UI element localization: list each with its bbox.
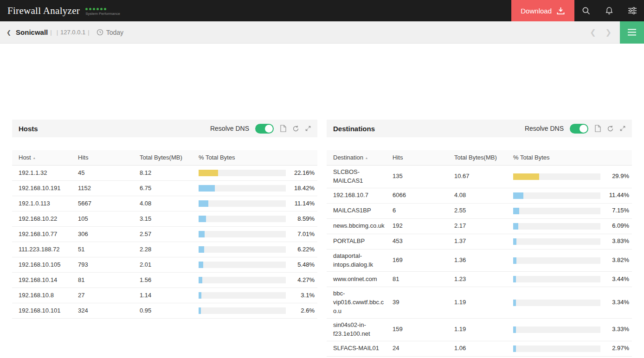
table-row[interactable]: 192.1.1.32458.1222.16% [12, 166, 317, 181]
column-header-pct-bytes[interactable]: % Total Bytes [194, 153, 317, 162]
table-row[interactable]: SLFACS-MAIL01241.062.97% [327, 341, 632, 357]
refresh-icon[interactable] [292, 125, 299, 132]
percent-label: 29.9% [600, 172, 629, 181]
column-header-pct-bytes[interactable]: % Total Bytes [509, 153, 632, 162]
hits-cell: 81 [386, 275, 448, 284]
percent-bar-track [513, 238, 600, 245]
resolve-dns-toggle[interactable] [255, 124, 274, 134]
table-row[interactable]: 192.168.10.19111526.7518.42% [12, 181, 317, 196]
pdf-export-icon[interactable] [594, 125, 601, 132]
table-header: Destination▴ Hits Total Bytes(MB) % Tota… [327, 150, 632, 166]
download-button[interactable]: Download [511, 0, 574, 21]
table-row[interactable]: dataportal-intops.dialog.lk1691.363.82% [327, 249, 632, 272]
search-icon[interactable] [574, 0, 598, 21]
percent-bar-track [199, 231, 286, 237]
table-row[interactable]: www.onlnet.com811.233.44% [327, 272, 632, 287]
panel-tools: Resolve DNS [210, 124, 311, 134]
total-bytes-cell: 1.56 [133, 276, 194, 285]
table-row[interactable]: 192.168.10.14811.564.27% [12, 273, 317, 288]
percent-bar-fill [513, 326, 516, 333]
back-chevron-icon[interactable]: ❮ [6, 29, 11, 36]
next-arrow-icon[interactable]: ❯ [601, 28, 616, 37]
percent-label: 3.33% [600, 325, 629, 334]
percent-bytes-cell: 6.09% [509, 222, 632, 230]
total-bytes-cell: 8.12 [133, 169, 194, 178]
expand-icon[interactable] [620, 126, 625, 131]
table-row[interactable]: 192.168.10.221053.158.59% [12, 211, 317, 227]
percent-bytes-cell: 3.1% [194, 291, 317, 300]
percent-label: 7.15% [600, 206, 629, 215]
resolve-dns-toggle[interactable] [570, 124, 588, 134]
table-row[interactable]: news.bbcimg.co.uk1922.176.09% [327, 219, 632, 234]
total-bytes-cell: 2.17 [448, 222, 509, 230]
clock-icon [97, 29, 103, 36]
table-row[interactable]: 192.168.10.8271.143.1% [12, 288, 317, 303]
device-ip: 127.0.0.1 [60, 29, 85, 36]
table-row[interactable]: 192.168.10.760664.0811.44% [327, 188, 632, 204]
toggle-knob [580, 125, 587, 133]
percent-bar-track [199, 200, 286, 207]
percent-bar-fill [513, 173, 539, 180]
topbar: Firewall Analyzer System Performance Dow… [0, 0, 644, 21]
settings-sliders-icon[interactable] [621, 0, 644, 21]
breadcrumb-separator: | [57, 29, 58, 36]
table-header: Host▴ Hits Total Bytes(MB) % Total Bytes [12, 150, 317, 166]
percent-bar-track [199, 216, 286, 222]
system-performance-widget[interactable]: System Performance [85, 8, 120, 16]
table-row[interactable]: PORTALBP4531.373.83% [327, 234, 632, 249]
table-row[interactable]: 192.168.10.773062.577.01% [12, 227, 317, 242]
hits-cell: 1152 [71, 184, 133, 193]
column-header-destination[interactable]: Destination▴ [327, 153, 386, 162]
destination-cell: 192.168.10.7 [327, 191, 386, 200]
total-bytes-cell: 4.08 [133, 199, 194, 208]
destinations-panel: Destinations Resolve DNS Destination▴ Hi… [327, 120, 632, 357]
percent-label: 6.22% [286, 245, 315, 254]
hits-cell: 5667 [71, 199, 133, 208]
table-row[interactable]: SLCBOS-MAILCAS113510.6729.9% [327, 166, 632, 188]
column-header-hits[interactable]: Hits [386, 153, 448, 162]
table-row[interactable]: sin04s02-in-f23.1e100.net1591.193.33% [327, 319, 632, 341]
percent-bar-track [199, 170, 286, 176]
host-cell: 192.168.10.22 [12, 215, 71, 224]
prev-arrow-icon[interactable]: ❮ [585, 28, 600, 37]
table-row[interactable]: 192.1.0.11356674.0811.14% [12, 196, 317, 211]
percent-label: 3.1% [286, 291, 315, 300]
hits-cell: 6 [386, 206, 448, 215]
hamburger-icon [627, 29, 637, 36]
refresh-icon[interactable] [607, 125, 614, 132]
table-row[interactable]: 192.168.10.1013240.952.6% [12, 303, 317, 319]
column-header-hits[interactable]: Hits [71, 153, 133, 162]
total-bytes-cell: 3.15 [133, 215, 194, 224]
download-icon [556, 7, 565, 15]
host-cell: 192.168.10.14 [12, 276, 71, 285]
total-bytes-cell: 2.28 [133, 245, 194, 254]
percent-label: 22.16% [286, 169, 315, 178]
notifications-bell-icon[interactable] [598, 0, 621, 21]
percent-bar-track [513, 192, 600, 199]
time-range-selector[interactable]: Today [106, 29, 123, 36]
hits-cell: 453 [386, 237, 448, 246]
percent-bytes-cell: 29.9% [509, 172, 632, 181]
host-cell: 192.168.10.8 [12, 291, 71, 300]
expand-icon[interactable] [305, 126, 311, 131]
table-body: SLCBOS-MAILCAS113510.6729.9%192.168.10.7… [327, 166, 632, 357]
table-row[interactable]: bbc-vip016.cwwtf.bbc.co.u391.193.34% [327, 287, 632, 319]
total-bytes-cell: 1.36 [448, 256, 509, 265]
total-bytes-cell: 1.14 [133, 291, 194, 300]
menu-button[interactable] [620, 21, 644, 44]
host-cell: 192.1.1.32 [12, 169, 71, 178]
total-bytes-cell: 1.19 [448, 298, 509, 307]
column-header-total-bytes[interactable]: Total Bytes(MB) [448, 153, 509, 162]
panel-tools: Resolve DNS [525, 124, 625, 134]
pdf-export-icon[interactable] [280, 125, 286, 132]
table-row[interactable]: 111.223.188.72512.286.22% [12, 242, 317, 257]
column-header-host[interactable]: Host▴ [12, 153, 71, 162]
hits-cell: 81 [71, 276, 133, 285]
host-cell: 111.223.188.72 [12, 245, 71, 254]
column-header-total-bytes[interactable]: Total Bytes(MB) [133, 153, 194, 162]
table-row[interactable]: MAILCAS1BP62.557.15% [327, 204, 632, 219]
sort-asc-icon: ▴ [33, 156, 35, 160]
table-row[interactable]: 192.168.10.1057932.015.48% [12, 257, 317, 273]
breadcrumb-actions: ❮ ❯ [585, 21, 644, 44]
device-name[interactable]: Sonicwall [16, 28, 48, 36]
